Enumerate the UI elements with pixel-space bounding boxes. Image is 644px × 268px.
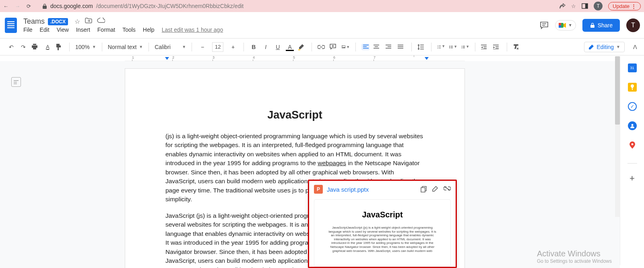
preview-thumbnail[interactable]: JavaScript JavaScriptJavaScript (js) is … xyxy=(314,199,451,267)
calendar-icon[interactable]: 31 xyxy=(628,63,637,72)
bullet-list-icon[interactable]: ▼ xyxy=(449,45,457,49)
vertical-scrollbar[interactable] xyxy=(615,56,620,217)
insert-link-icon[interactable] xyxy=(318,45,326,49)
keep-icon[interactable] xyxy=(628,83,637,92)
last-edit-info[interactable]: Last edit was 1 hour ago xyxy=(162,27,223,33)
menu-help[interactable]: Help xyxy=(143,27,155,33)
copy-link-icon[interactable] xyxy=(421,186,427,192)
svg-point-6 xyxy=(343,46,343,46)
svg-rect-4 xyxy=(559,25,561,28)
lock-icon xyxy=(42,4,47,9)
meet-button[interactable]: ▼ xyxy=(555,20,576,31)
numbered-list-icon[interactable]: 123▼ xyxy=(461,45,469,49)
svg-rect-3 xyxy=(559,23,561,25)
font-size-increase[interactable]: + xyxy=(228,42,238,52)
collapse-toolbar-icon[interactable]: ᐱ xyxy=(631,44,639,50)
panel-icon[interactable] xyxy=(582,3,588,9)
undo-icon[interactable]: ↶ xyxy=(7,44,15,50)
add-addon-icon[interactable]: + xyxy=(628,174,637,183)
paint-format-icon[interactable] xyxy=(56,44,64,50)
side-panel: 31 ✓ + xyxy=(620,56,644,265)
italic-icon[interactable]: I xyxy=(262,44,270,50)
outline-toggle-icon[interactable] xyxy=(11,77,21,87)
menu-format[interactable]: Format xyxy=(97,27,115,33)
text-color-icon[interactable]: A xyxy=(286,44,294,50)
docs-header: Teams .DOCX ☆ File Edit View Insert Form… xyxy=(0,12,644,39)
svg-rect-1 xyxy=(585,4,588,8)
browser-chrome: ← → ⟳ docs.google.com/document/d/1WyDGzt… xyxy=(0,0,644,12)
redo-icon[interactable]: ↷ xyxy=(19,44,27,50)
contacts-icon[interactable] xyxy=(628,121,637,130)
svg-point-15 xyxy=(631,124,633,126)
insert-image-icon[interactable]: ▼ xyxy=(342,44,350,49)
doc-heading: JavaScript xyxy=(165,109,424,121)
underline-icon[interactable]: U xyxy=(274,44,282,50)
menu-edit[interactable]: Edit xyxy=(40,27,50,33)
preview-filename-link[interactable]: Java script.pptx xyxy=(327,186,369,193)
star-icon[interactable]: ☆ xyxy=(571,3,576,9)
svg-point-8 xyxy=(450,47,450,47)
star-doc-icon[interactable]: ☆ xyxy=(74,18,80,25)
font-size-input[interactable]: 12 xyxy=(212,42,223,52)
right-indent-marker[interactable] xyxy=(425,57,429,60)
maps-icon[interactable] xyxy=(628,141,637,149)
svg-point-9 xyxy=(450,47,450,48)
scroll-thumb[interactable] xyxy=(615,56,620,125)
align-justify-icon[interactable] xyxy=(398,45,406,49)
svg-rect-14 xyxy=(421,188,425,192)
update-button[interactable]: Update⋮ xyxy=(608,2,641,10)
left-indent-marker[interactable] xyxy=(165,57,169,60)
clear-formatting-icon[interactable] xyxy=(513,44,521,50)
decrease-indent-icon[interactable] xyxy=(481,45,489,49)
browser-profile-avatar[interactable]: T xyxy=(594,2,603,10)
move-icon[interactable] xyxy=(85,18,92,25)
menu-insert[interactable]: Insert xyxy=(76,27,90,33)
nav-reload-icon[interactable]: ⟳ xyxy=(27,3,31,9)
menu-view[interactable]: View xyxy=(57,27,69,33)
document-title[interactable]: Teams xyxy=(23,17,45,26)
horizontal-ruler[interactable]: 1 2 3 4 5 6 7 xyxy=(0,55,644,61)
editing-mode-select[interactable]: Editing ▼ xyxy=(584,42,625,52)
url-host: docs.google.com xyxy=(50,3,93,9)
menu-tools[interactable]: Tools xyxy=(122,27,136,33)
nav-forward-icon[interactable]: → xyxy=(15,3,20,9)
checklist-icon[interactable]: ▼ xyxy=(437,44,445,49)
toolbar: ↶ ↷ A̲ 100%▼ Normal text▼ Calibri▼ − 12 … xyxy=(0,39,644,55)
docx-badge: .DOCX xyxy=(48,18,68,25)
increase-indent-icon[interactable] xyxy=(493,45,501,49)
account-avatar[interactable]: T xyxy=(626,18,640,32)
document-canvas: JavaScript (js) is a light-weight object… xyxy=(0,61,620,268)
zoom-select[interactable]: 100%▼ xyxy=(73,44,99,50)
cloud-status-icon[interactable] xyxy=(97,18,105,25)
font-size-decrease[interactable]: − xyxy=(198,42,207,52)
svg-text:3: 3 xyxy=(461,47,462,49)
spellcheck-icon[interactable]: A̲ xyxy=(43,44,52,50)
url-path: /document/d/1WyDGztx-JIujCW5DKrhnem0Rbbi… xyxy=(96,3,244,9)
nav-back-icon[interactable]: ← xyxy=(3,3,8,9)
docs-logo-icon[interactable] xyxy=(5,18,17,33)
unlink-icon[interactable] xyxy=(444,186,451,192)
add-comment-icon[interactable] xyxy=(330,44,338,50)
menu-file[interactable]: File xyxy=(23,27,33,33)
share-site-icon[interactable] xyxy=(559,3,566,9)
windows-activation-watermark: Activate Windows Go to Settings to activ… xyxy=(537,249,612,264)
paragraph-style-select[interactable]: Normal text▼ xyxy=(105,44,145,50)
share-button[interactable]: Share xyxy=(582,19,620,32)
highlight-icon[interactable] xyxy=(298,44,306,50)
link-preview-card: P Java script.pptx JavaScript JavaScript… xyxy=(308,180,457,268)
svg-point-16 xyxy=(631,143,633,145)
line-spacing-icon[interactable] xyxy=(417,44,425,50)
tasks-icon[interactable]: ✓ xyxy=(628,102,637,111)
align-right-icon[interactable] xyxy=(386,45,394,49)
svg-point-7 xyxy=(450,45,450,46)
powerpoint-icon: P xyxy=(314,185,323,194)
bold-icon[interactable]: B xyxy=(250,44,258,50)
font-family-select[interactable]: Calibri▼ xyxy=(152,44,188,50)
edit-link-icon[interactable] xyxy=(432,186,438,192)
print-icon[interactable] xyxy=(31,44,39,50)
url-bar[interactable]: docs.google.com/document/d/1WyDGztx-JIuj… xyxy=(42,3,555,9)
menu-bar: File Edit View Insert Format Tools Help … xyxy=(23,27,223,33)
align-left-icon[interactable] xyxy=(361,44,369,50)
align-center-icon[interactable] xyxy=(374,45,382,49)
comment-history-icon[interactable] xyxy=(540,21,549,29)
